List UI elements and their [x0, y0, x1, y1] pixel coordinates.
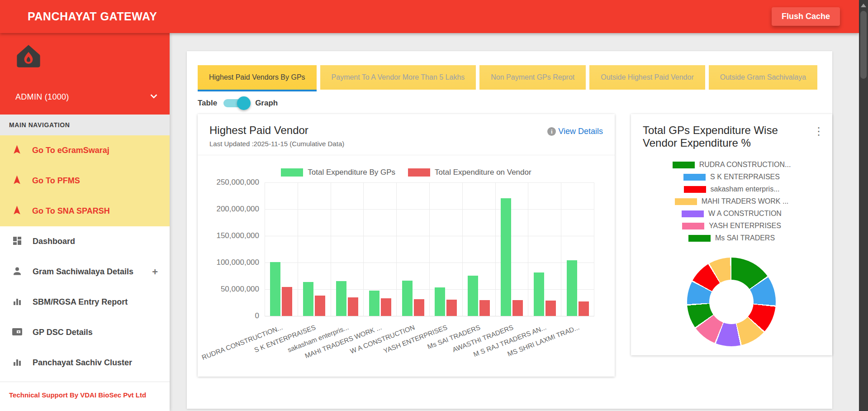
donut-legend-label: RUDRA CONSTRUCTION... — [699, 161, 791, 169]
sidebar-quick-links: Go To eGramSwarajGo To PFMSGo To SNA SPA… — [0, 135, 170, 226]
bar-group — [298, 182, 331, 316]
bar-chart-icon — [12, 296, 23, 309]
bar-card-title: Highest Paid Vendor — [209, 124, 344, 137]
donut-legend-swatch — [675, 198, 697, 205]
donut-legend-item[interactable]: Ms SAI TRADERS — [688, 234, 775, 242]
tab-highest-paid-vendors-by-gps[interactable]: Highest Paid Vendors By GPs — [198, 65, 317, 91]
donut-legend-label: YASH ENTERPRISES — [709, 222, 781, 230]
app-title: PANCHAYAT GATEWAY — [28, 10, 157, 23]
donut-legend-label: sakasham enterpris... — [711, 185, 780, 193]
sidebar-item-sbm-rgsa-entry-report[interactable]: SBM/RGSA Entry Report — [0, 287, 170, 317]
scrollbar-up-arrow-icon[interactable] — [861, 4, 866, 7]
sidebar-item-label: Dashboard — [33, 237, 75, 246]
y-tick-label: 0 — [255, 311, 259, 320]
sidebar-item-label: GP DSC Details — [33, 328, 93, 337]
sidebar-quick-link[interactable]: Go To eGramSwaraj — [0, 135, 170, 166]
expand-plus-icon[interactable]: + — [152, 266, 158, 278]
bar-chart-plot-area — [265, 182, 594, 316]
chevron-down-icon[interactable] — [149, 91, 159, 103]
switch-knob[interactable] — [237, 96, 251, 110]
nav-arrow-icon — [12, 175, 22, 187]
nav-arrow-icon — [12, 205, 22, 217]
table-graph-toggle-row: Table Graph — [198, 99, 278, 108]
sidebar-item-panchayat-sachiv-cluster[interactable]: Panchayat Sachiv Cluster — [0, 348, 170, 378]
bar — [468, 276, 478, 316]
tab-non-payment-gps-reprot[interactable]: Non Payment GPs Reprot — [479, 65, 586, 90]
legend-item: Total Expenditure By GPs — [281, 168, 395, 177]
bar-group — [528, 182, 561, 316]
donut-legend-label: S K ENTERPRAISES — [710, 173, 780, 181]
y-tick-label: 50,000,000 — [221, 285, 259, 294]
scrollbar-thumb[interactable] — [860, 11, 867, 79]
sidebar-item-dashboard[interactable]: Dashboard — [0, 226, 170, 257]
table-graph-switch[interactable] — [223, 99, 249, 107]
bar — [414, 299, 424, 316]
donut-legend-item[interactable]: RUDRA CONSTRUCTION... — [673, 161, 791, 169]
donut-legend-item[interactable]: S K ENTERPRAISES — [683, 173, 780, 181]
bar — [381, 298, 391, 316]
bar-group — [265, 182, 298, 316]
kebab-menu-icon[interactable]: ⋮ — [813, 124, 824, 149]
donut-legend-label: MAHI TRADERS WORK ... — [702, 197, 789, 206]
toggle-label-graph: Graph — [255, 99, 278, 108]
legend-item: Total Expenditure on Vendor — [408, 168, 531, 177]
sidebar-header: ADMIN (1000) — [0, 33, 170, 115]
person-icon — [12, 266, 23, 278]
admin-account-row[interactable]: ADMIN (1000) — [15, 91, 159, 103]
flush-cache-button[interactable]: Flush Cache — [772, 7, 840, 26]
bar — [545, 301, 556, 316]
bar — [282, 287, 292, 316]
tab-payment-to-a-vendor-more-than-5-lakhs[interactable]: Payment To A Vendor More Than 5 Lakhs — [320, 65, 476, 90]
app-logo-flame-icon — [15, 43, 42, 71]
legend-label: Total Expenditure By GPs — [308, 168, 395, 177]
page: PANCHAYAT GATEWAY Flush Cache ADMIN (100… — [0, 0, 868, 411]
sidebar-quick-link[interactable]: Go To SNA SPARSH — [0, 196, 170, 226]
bar — [303, 282, 313, 316]
bar — [435, 287, 445, 316]
donut-legend-label: W A CONSTRUCTION — [708, 210, 782, 218]
view-details-link[interactable]: i View Details — [547, 127, 603, 136]
y-axis-ticks: 250,000,000200,000,000150,000,000100,000… — [198, 182, 265, 316]
tab-outside-highest-paid-vendor[interactable]: Outside Highest Paid Vendor — [589, 65, 705, 90]
donut-legend: RUDRA CONSTRUCTION...S K ENTERPRAISESsak… — [631, 161, 832, 242]
sidebar-quick-link[interactable]: Go To PFMS — [0, 166, 170, 196]
bar-group — [496, 182, 529, 316]
bar-card-subtitle: Last Updated :2025-11-15 (Cumulative Dat… — [209, 140, 344, 148]
y-tick-label: 150,000,000 — [216, 231, 259, 240]
y-tick-label: 200,000,000 — [216, 205, 259, 214]
donut-card-title: Total GPs Expenditure Wise Vendor Expend… — [643, 124, 801, 149]
nav-arrow-icon — [12, 144, 22, 157]
nav-section-label: MAIN NAVIGATION — [0, 115, 170, 135]
bar-chart-legend: Total Expenditure By GPsTotal Expenditur… — [198, 168, 615, 177]
bar — [369, 291, 379, 316]
toggle-label-table: Table — [198, 99, 217, 108]
bar — [315, 296, 325, 316]
quick-link-label: Go To eGramSwaraj — [32, 146, 109, 155]
donut-legend-label: Ms SAI TRADERS — [715, 234, 775, 242]
bar — [479, 300, 490, 316]
tab-outside-gram-sachivalaya[interactable]: Outside Gram Sachivalaya — [709, 65, 817, 90]
sidebar-item-gram-sachiwalaya-details[interactable]: Gram Sachiwalaya Details+ — [0, 257, 170, 287]
bar-group — [463, 182, 496, 316]
donut-legend-item[interactable]: YASH ENTERPRISES — [682, 222, 781, 230]
top-bar: PANCHAYAT GATEWAY Flush Cache — [0, 0, 859, 33]
donut-legend-item[interactable]: sakasham enterpris... — [684, 185, 780, 193]
view-details-label: View Details — [558, 127, 603, 136]
quick-link-label: Go To SNA SPARSH — [32, 206, 110, 216]
sidebar-item-gp-dsc-details[interactable]: GP DSC Details — [0, 317, 170, 348]
bar-group — [430, 182, 463, 316]
vertical-scrollbar[interactable] — [859, 0, 868, 411]
card-icon — [12, 326, 23, 339]
sidebar-nav-items: DashboardGram Sachiwalaya Details+SBM/RG… — [0, 226, 170, 378]
sidebar-footer-text: Technical Support By VDAI BioSec Pvt Ltd — [0, 382, 170, 399]
bar — [579, 301, 589, 316]
donut-legend-item[interactable]: MAHI TRADERS WORK ... — [675, 197, 789, 206]
admin-label: ADMIN (1000) — [15, 92, 69, 102]
bar — [270, 262, 280, 316]
donut-legend-item[interactable]: W A CONSTRUCTION — [682, 210, 782, 218]
x-axis-labels: RUDRA CONSTRUCTION...S K ENTERPRAISESsak… — [265, 320, 594, 363]
sidebar-item-label: Gram Sachiwalaya Details — [33, 267, 133, 277]
highest-paid-vendor-card: Highest Paid Vendor Last Updated :2025-1… — [198, 114, 615, 377]
bar-group — [331, 182, 364, 316]
bar-group — [397, 182, 430, 316]
